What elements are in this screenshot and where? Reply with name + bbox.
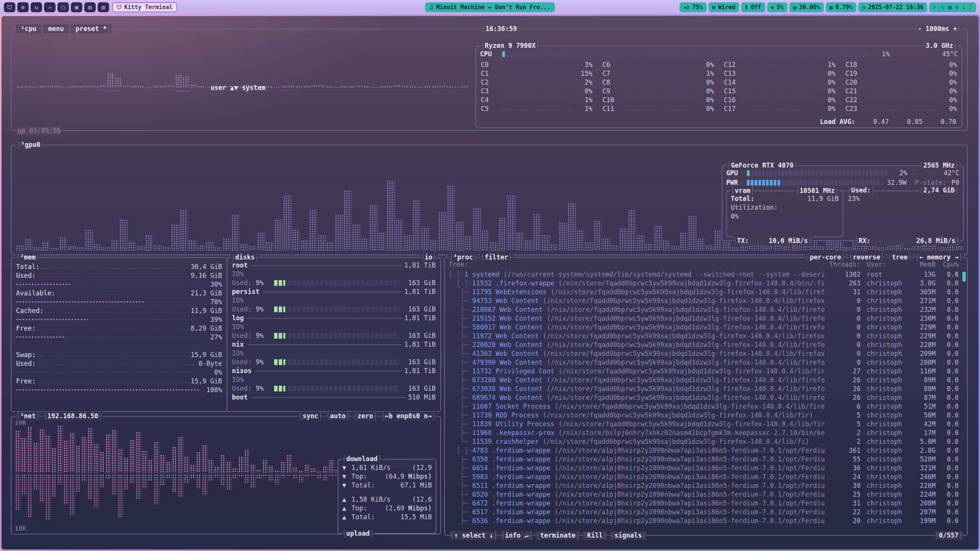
tree-toggle[interactable]: tree [887,253,912,262]
graph-column [432,86,439,88]
cpu-graph-divider-label: user ▲▼ system [211,83,265,92]
process-row[interactable]: ├─ 11972 Web Content (/nix/store/fqadd0b… [449,332,963,341]
display-icon[interactable]: ▣ [948,4,952,11]
graph-column [379,86,386,88]
process-row[interactable]: ├─ 6520 .ferdium-wrappe (/nix/store/a1pj… [449,490,963,499]
process-row[interactable]: ├─ 479390 Web Content (/nix/store/fqadd0… [449,358,963,367]
process-row[interactable]: ├─ 5983 .ferdium-wrappe (/nix/store/a1pj… [449,473,963,481]
process-row[interactable]: [-]~4783 .ferdium-wrappe (/nix/store/a1p… [449,446,963,455]
io-mode-toggle[interactable]: io [420,253,437,262]
graph-column [76,474,81,492]
update-interval-control[interactable]: - 1000ms + [913,24,962,33]
process-row[interactable]: ├─ 6536 .ferdium-wrappe (/nix/store/a1pj… [449,517,963,525]
process-row[interactable]: └─ 11539 crashhelper (/nix/store/fqadd0b… [449,437,963,446]
gpu-freq-wrap: 2565 MHz [919,161,959,170]
terminate-button[interactable]: terminate [536,531,580,540]
net-sync-button[interactable]: sync [298,412,323,421]
core-stat: C51% [481,104,593,113]
bell-icon[interactable]: ♪ [969,4,972,11]
mute-icon[interactable]: ⊘ [955,4,959,11]
terminal-window-frame: ¹cpu menu preset * 16:36:59 - 1000ms + u… [0,15,980,551]
clock: 16:36:59 [481,24,521,33]
status-module-disk[interactable]: ▥8.79% [826,2,857,12]
sort-column-selector[interactable]: ← memory → [915,253,963,262]
preset-button[interactable]: preset * [71,24,111,33]
process-row[interactable]: ├─ 6511 .ferdium-wrappe (/nix/store/a1pj… [449,481,963,490]
check-icon[interactable]: ✔ [933,4,936,11]
net-interface-selector[interactable]: ←b enp8s0 n→ [380,412,436,421]
status-module-network[interactable]: ⊞Wired [709,2,740,12]
process-row[interactable]: ├─ 673288 Web Content (/nix/store/fqadd0… [449,376,963,385]
workspace-6-icon: ▣ [75,4,78,11]
vram-total: 11,9 GiB [807,194,839,200]
disk-list: root1,81 TiBIO%Used:9%163 GiBpersist1,81… [227,258,440,402]
process-row[interactable]: ├─ 6517 .ferdium-wrappe (/nix/store/a1pj… [449,508,963,517]
graph-column [402,85,408,88]
clock-icon: ◷ [862,4,865,10]
graph-column [82,437,87,473]
filter-button[interactable]: filter [480,253,513,262]
process-row[interactable]: ├─ 219152 Web Content (/nix/store/fqadd0… [449,314,963,323]
net-auto-button[interactable]: auto [325,412,350,421]
process-row[interactable]: ├─ 11795 WebExtensions (/nix/store/fqadd… [449,288,963,297]
proc-scrollbar[interactable] [962,272,966,282]
info-button[interactable]: info ↵ [500,531,533,540]
workspace-button[interactable]: ▤ [84,2,96,12]
graph-column [287,455,292,473]
process-row[interactable]: ├─ 673038 Web Content (/nix/store/fqadd0… [449,385,963,393]
process-row[interactable]: ├─ 11739 RDD Process (/nix/store/fqadd0b… [449,411,963,420]
process-row[interactable]: ├─ 41363 Web Content (/nix/store/fqadd0b… [449,349,963,358]
process-row[interactable]: ├─ 220028 Web Content (/nix/store/fqadd0… [449,341,963,349]
workspace-button[interactable]: ▱ [44,2,56,12]
graph-column [524,240,532,251]
status-module-volume[interactable]: ◄)75% [679,2,707,12]
status-module-bluetooth[interactable]: ᛒOff [741,2,765,12]
graph-column [183,90,189,91]
workspace-button[interactable]: ↻ [31,2,42,12]
status-module-memory[interactable]: ▤30.06% [789,2,824,12]
signals-button[interactable]: signals [610,531,647,540]
process-row[interactable]: [-]-11532 .firefox-wrappe (/nix/store/fq… [449,279,963,288]
process-row[interactable]: ├─ 580017 Web Content (/nix/store/fqadd0… [449,323,963,332]
graph-column [349,86,356,88]
graph-column [64,474,69,505]
workspace-button[interactable]: ᗢ [4,2,15,12]
workspace-button[interactable]: ▣ [71,2,82,12]
select-keys[interactable]: ↑ select ↓ [449,531,498,540]
process-row[interactable]: ├─ 689674 Web Content (/nix/store/fqadd0… [449,393,963,402]
workspace-button[interactable]: ▥ [98,2,109,12]
graph-column [263,460,268,473]
process-row[interactable]: ├─ 11839 Utility Process (/nix/store/fqa… [449,420,963,429]
process-row[interactable]: ├─ 11968 .keepassxc-prox (/nix/store/bsl… [449,429,963,437]
status-module-clock[interactable]: ◷2025-07-22 16:36 [858,2,927,12]
graph-column [52,448,57,473]
process-row[interactable]: [-]-1 systemd (/run/current-system/syste… [449,270,963,279]
net-zero-button[interactable]: zero [353,412,377,421]
process-row[interactable]: ├─ 6350 .ferdium-wrappe (/nix/store/a1pj… [449,455,963,464]
process-row[interactable]: ├─ 218067 Web Content (/nix/store/fqadd0… [449,305,963,314]
network-panel: ³net 192.168.86.50 sync auto zero ←b enp… [11,416,441,535]
workspace-button[interactable]: ❆ [17,2,29,12]
menu-button[interactable]: menu [43,24,68,33]
reverse-toggle[interactable]: reverse [848,253,885,262]
graph-column [274,474,280,484]
graph-column [402,90,408,91]
upload-title: upload [341,529,374,538]
graph-column [462,86,469,88]
per-core-toggle[interactable]: per-core [805,253,846,262]
cpu-titlebar: ¹cpu menu preset * [16,24,111,33]
status-module-cpu[interactable]: ❖5% [767,2,788,12]
graph-column [318,235,326,251]
graph-column [364,90,371,91]
process-row[interactable]: ├─ 11732 Privileged Cont (/nix/store/fqa… [449,367,963,376]
kill-button[interactable]: Kill [582,531,607,540]
download-icon[interactable]: ↓ [962,4,965,11]
graph-column [585,242,593,251]
process-row[interactable]: ├─ 6654 .ferdium-wrappe (/nix/store/a1pj… [449,464,963,473]
process-row[interactable]: ├─ 94753 Web Content (/nix/store/fqadd0b… [449,297,963,305]
media-player-module[interactable]: ♫ Minuit Machine – Don't Run Fro... [425,2,555,12]
wave-icon[interactable]: ∿ [940,4,945,11]
process-row[interactable]: ├─ 6472 .ferdium-wrappe (/nix/store/a1pj… [449,499,963,508]
workspace-button[interactable]: ▢ [57,2,69,12]
process-row[interactable]: ├─ 11607 Socket Process (/nix/store/fqad… [449,402,963,411]
